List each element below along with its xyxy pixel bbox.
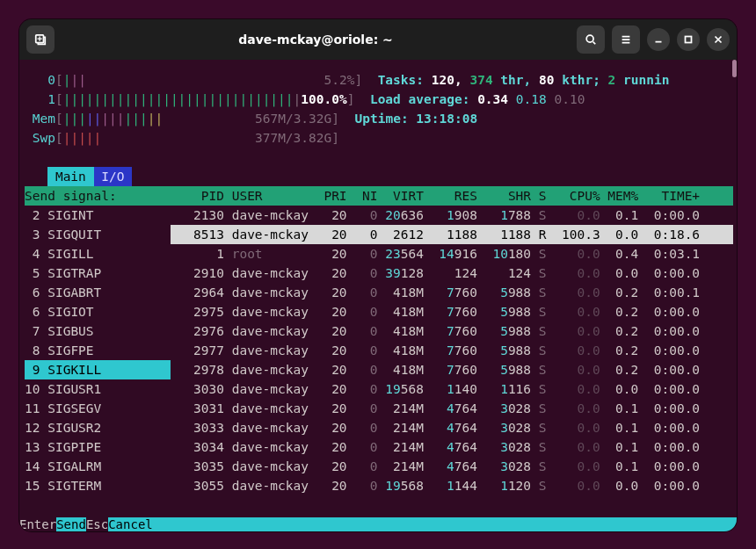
process-row[interactable]: 2977dave-mckay200418M77605988S0.00.20:00… (171, 341, 733, 360)
footer-send-cmd[interactable]: Send (56, 517, 86, 531)
swp-meter: Swp[||||| 377M/3.82G] (25, 128, 733, 148)
process-row[interactable]: 3030dave-mckay2001956811401116S0.00.00:0… (171, 379, 733, 399)
svg-rect-2 (686, 37, 692, 43)
tabs: Main I/O (25, 167, 733, 186)
signal-sigfpe[interactable]: 8 SIGFPE (25, 341, 171, 360)
menu-button[interactable] (612, 25, 640, 54)
col-cpu: CPU% (547, 186, 600, 206)
signal-panel-title: Send signal: (25, 186, 171, 206)
signal-sigusr1[interactable]: 10 SIGUSR1 (25, 379, 171, 399)
maximize-button[interactable] (677, 28, 700, 51)
process-row[interactable]: 3033dave-mckay200214M47643028S0.00.10:00… (171, 418, 733, 437)
signal-sigiot[interactable]: 6 SIGIOT (25, 302, 171, 321)
new-tab-button[interactable] (26, 25, 55, 54)
close-button[interactable] (707, 28, 730, 51)
process-row[interactable]: 2975dave-mckay200418M77605988S0.00.20:00… (171, 302, 733, 321)
terminal-window: dave-mckay@oriole: ~ 0[||| (19, 19, 737, 531)
signal-sigquit[interactable]: 3 SIGQUIT (25, 225, 171, 244)
window-title: dave-mckay@oriole: ~ (55, 33, 577, 47)
footer: Enter Send Esc Cancel (19, 517, 737, 531)
process-row[interactable]: 3035dave-mckay200214M47643028S0.00.10:00… (171, 457, 733, 476)
process-row[interactable]: 2976dave-mckay200418M77605988S0.00.20:00… (171, 321, 733, 341)
mem-meter: Mem[||||||||||||| 567M/3.32G] Uptime: 13… (25, 109, 733, 128)
signal-sigsegv[interactable]: 11 SIGSEGV (25, 399, 171, 418)
signal-sigusr2[interactable]: 12 SIGUSR2 (25, 418, 171, 437)
cpu1-meter: 1[|||||||||||||||||||||||||||||||100.0%]… (25, 90, 733, 109)
svg-point-1 (586, 35, 593, 42)
signal-sigkill[interactable]: 9 SIGKILL (25, 360, 171, 379)
col-virt: VIRT (378, 186, 424, 206)
signal-sigterm[interactable]: 15 SIGTERM (25, 476, 171, 495)
col-ni: NI (347, 186, 378, 206)
footer-cancel-cmd[interactable]: Cancel (108, 517, 153, 531)
signal-panel: Send signal: 2 SIGINT 3 SIGQUIT 4 SIGILL… (25, 186, 171, 495)
terminal-content: 0[||| 5.2%] Tasks: 120, 374 thr, 80 kthr… (19, 60, 737, 495)
col-res: RES (424, 186, 477, 206)
process-row[interactable]: 3055dave-mckay2001956811441120S0.00.00:0… (171, 476, 733, 495)
process-row[interactable]: 2130dave-mckay2002063619081788S0.00.10:0… (171, 206, 733, 225)
footer-esc-key: Esc (86, 517, 108, 531)
process-row[interactable]: 3031dave-mckay200214M47643028S0.00.10:00… (171, 399, 733, 418)
footer-fill (153, 517, 737, 531)
process-row[interactable]: 2964dave-mckay200418M77605988S0.00.20:00… (171, 283, 733, 302)
cpu0-meter: 0[||| 5.2%] Tasks: 120, 374 thr, 80 kthr… (25, 70, 733, 90)
footer-enter-key: Enter (19, 517, 56, 531)
signal-sigpipe[interactable]: 13 SIGPIPE (25, 437, 171, 457)
signal-sigill[interactable]: 4 SIGILL (25, 244, 171, 264)
col-user: USER (224, 186, 309, 206)
signal-sigalrm[interactable]: 14 SIGALRM (25, 457, 171, 476)
process-row[interactable]: 2910dave-mckay20039128124124S0.00.00:00.… (171, 264, 733, 283)
process-row[interactable]: 2978dave-mckay200418M77605988S0.00.20:00… (171, 360, 733, 379)
minimize-button[interactable] (647, 28, 670, 51)
col-pri: PRI (309, 186, 347, 206)
col-s: S (531, 186, 546, 206)
signal-sigbus[interactable]: 7 SIGBUS (25, 321, 171, 341)
tab-main[interactable]: Main (47, 167, 93, 186)
col-mem: MEM% (600, 186, 639, 206)
signal-sigabrt[interactable]: 6 SIGABRT (25, 283, 171, 302)
col-time: TIME+ (638, 186, 700, 206)
search-button[interactable] (577, 25, 605, 54)
col-shr: SHR (477, 186, 531, 206)
process-header[interactable]: PID USER PRI NI VIRT RES SHR S CPU% MEM%… (171, 186, 733, 206)
process-row[interactable]: 8513dave-mckay200261211881188R100.30.00:… (171, 225, 733, 244)
tab-io[interactable]: I/O (94, 167, 133, 186)
signal-sigtrap[interactable]: 5 SIGTRAP (25, 264, 171, 283)
col-pid: PID (171, 186, 224, 206)
signal-sigint[interactable]: 2 SIGINT (25, 206, 171, 225)
process-row[interactable]: 1root200235641491610180S0.00.40:03.1 (171, 244, 733, 264)
titlebar: dave-mckay@oriole: ~ (19, 19, 737, 60)
process-row[interactable]: 3034dave-mckay200214M47643028S0.00.10:00… (171, 437, 733, 457)
